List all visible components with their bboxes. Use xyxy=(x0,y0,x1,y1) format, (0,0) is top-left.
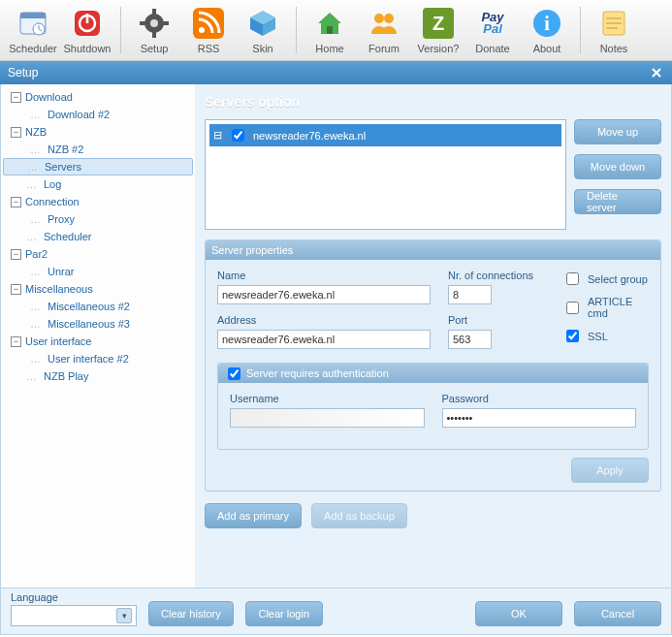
tree-misc2[interactable]: Miscellaneous #2 xyxy=(3,298,193,315)
clear-history-button[interactable]: Clear history xyxy=(148,601,234,626)
window-footer: Language ▾ Clear history Clear login OK … xyxy=(0,589,672,635)
toolbar-home[interactable]: Home xyxy=(303,2,357,58)
window-title: Setup xyxy=(8,66,38,80)
article-cmd-label: ARTICLE cmd xyxy=(588,296,649,319)
toolbar-version[interactable]: Z Version? xyxy=(411,2,465,58)
settings-tree: −Download Download #2 −NZB NZB #2 Server… xyxy=(1,84,195,588)
tree-nzb2[interactable]: NZB #2 xyxy=(3,141,193,158)
apply-button[interactable]: Apply xyxy=(571,458,649,483)
window-body: −Download Download #2 −NZB NZB #2 Server… xyxy=(0,84,672,589)
toolbar-donate-label: Donate xyxy=(475,43,509,54)
svg-rect-11 xyxy=(163,21,169,25)
ok-button[interactable]: OK xyxy=(475,601,562,626)
move-down-button[interactable]: Move down xyxy=(574,154,661,179)
toolbar-scheduler-label: Scheduler xyxy=(9,43,57,54)
svg-point-16 xyxy=(384,14,394,23)
cancel-button[interactable]: Cancel xyxy=(574,601,661,626)
article-cmd-checkbox[interactable] xyxy=(566,302,579,314)
auth-group: Server requires authentication Username … xyxy=(217,363,649,450)
paypal-icon: Pay Pal xyxy=(475,6,510,41)
tree-download[interactable]: −Download xyxy=(3,88,193,106)
svg-rect-14 xyxy=(327,26,333,34)
password-label: Password xyxy=(442,393,637,404)
info-icon: i xyxy=(529,6,564,41)
auth-required-checkbox[interactable] xyxy=(228,367,240,380)
tree-misc3[interactable]: Miscellaneous #3 xyxy=(3,315,193,333)
power-icon xyxy=(70,6,105,41)
main-toolbar: Scheduler Shutdown Setup RSS Skin Home xyxy=(0,0,672,61)
tree-nzbplay[interactable]: NZB Play xyxy=(3,367,193,385)
clear-login-button[interactable]: Clear login xyxy=(245,601,323,626)
move-up-button[interactable]: Move up xyxy=(574,119,661,144)
tree-unrar[interactable]: Unrar xyxy=(3,263,193,280)
toolbar-notes-label: Notes xyxy=(600,43,628,54)
toolbar-shutdown[interactable]: Shutdown xyxy=(60,2,114,58)
language-dropdown[interactable]: ▾ xyxy=(11,605,137,626)
language-label: Language xyxy=(11,591,137,603)
address-input[interactable] xyxy=(217,330,431,349)
connections-input[interactable] xyxy=(448,285,492,304)
tree-connection[interactable]: −Connection xyxy=(3,193,193,210)
toolbar-notes[interactable]: Notes xyxy=(587,2,641,58)
home-icon xyxy=(312,6,347,41)
paypal-bot: Pal xyxy=(483,23,502,35)
tree-servers[interactable]: Servers xyxy=(3,158,193,175)
toolbar-shutdown-label: Shutdown xyxy=(64,43,112,54)
chevron-down-icon: ▾ xyxy=(116,608,132,623)
toolbar-setup-label: Setup xyxy=(141,43,169,54)
tree-ui[interactable]: −User interface xyxy=(3,333,193,350)
name-input[interactable] xyxy=(217,285,431,304)
toolbar-scheduler[interactable]: Scheduler xyxy=(6,2,60,58)
password-input[interactable] xyxy=(442,408,637,428)
notes-icon xyxy=(596,6,631,41)
port-label: Port xyxy=(448,314,545,326)
toolbar-forum[interactable]: Forum xyxy=(357,2,411,58)
page-title: Servers option xyxy=(205,94,661,110)
toolbar-separator xyxy=(580,7,581,53)
tree-log[interactable]: Log xyxy=(3,175,193,193)
server-list-item[interactable]: ⊟ newsreader76.eweka.nl xyxy=(209,124,561,146)
toolbar-setup[interactable]: Setup xyxy=(127,2,181,58)
toolbar-home-label: Home xyxy=(315,43,343,54)
add-primary-button[interactable]: Add as primary xyxy=(205,503,302,528)
toolbar-rss[interactable]: RSS xyxy=(181,2,236,58)
add-backup-button[interactable]: Add as backup xyxy=(311,503,407,528)
tree-scheduler[interactable]: Scheduler xyxy=(3,228,193,245)
server-name: newsreader76.eweka.nl xyxy=(253,130,366,142)
toolbar-forum-label: Forum xyxy=(368,43,400,54)
server-list[interactable]: ⊟ newsreader76.eweka.nl xyxy=(205,119,566,230)
close-button[interactable] xyxy=(649,65,664,80)
delete-server-button[interactable]: Delete server xyxy=(574,189,661,214)
tree-ui2[interactable]: User interface #2 xyxy=(3,350,193,367)
tree-nzb[interactable]: −NZB xyxy=(3,123,193,141)
gear-icon xyxy=(137,6,172,41)
select-group-label: Select group xyxy=(588,273,648,285)
port-input[interactable] xyxy=(448,330,492,349)
svg-rect-10 xyxy=(140,21,145,25)
svg-point-13 xyxy=(199,27,205,33)
select-group-checkbox[interactable] xyxy=(566,272,579,285)
ssl-checkbox[interactable] xyxy=(566,330,579,342)
tree-par2[interactable]: −Par2 xyxy=(3,245,193,263)
toolbar-skin[interactable]: Skin xyxy=(236,2,290,58)
minus-icon: ⊟ xyxy=(213,129,222,142)
toolbar-donate[interactable]: Pay Pal Donate xyxy=(465,2,520,58)
tree-misc[interactable]: −Miscellaneous xyxy=(3,280,193,298)
toolbar-separator xyxy=(296,7,297,53)
tree-proxy[interactable]: Proxy xyxy=(3,210,193,228)
svg-rect-8 xyxy=(152,9,156,15)
connections-label: Nr. of connections xyxy=(448,270,545,281)
toolbar-skin-label: Skin xyxy=(252,43,272,54)
toolbar-version-label: Version? xyxy=(418,43,460,54)
letter-z-icon: Z xyxy=(421,6,456,41)
tree-download2[interactable]: Download #2 xyxy=(3,106,193,123)
auth-header: Server requires authentication xyxy=(218,364,648,383)
name-label: Name xyxy=(217,270,431,281)
svg-rect-5 xyxy=(86,14,89,23)
server-enabled-checkbox[interactable] xyxy=(232,129,244,142)
svg-text:i: i xyxy=(544,13,550,34)
toolbar-rss-label: RSS xyxy=(198,43,220,54)
toolbar-about[interactable]: i About xyxy=(520,2,574,58)
ssl-label: SSL xyxy=(588,331,608,342)
username-input[interactable] xyxy=(230,408,425,428)
